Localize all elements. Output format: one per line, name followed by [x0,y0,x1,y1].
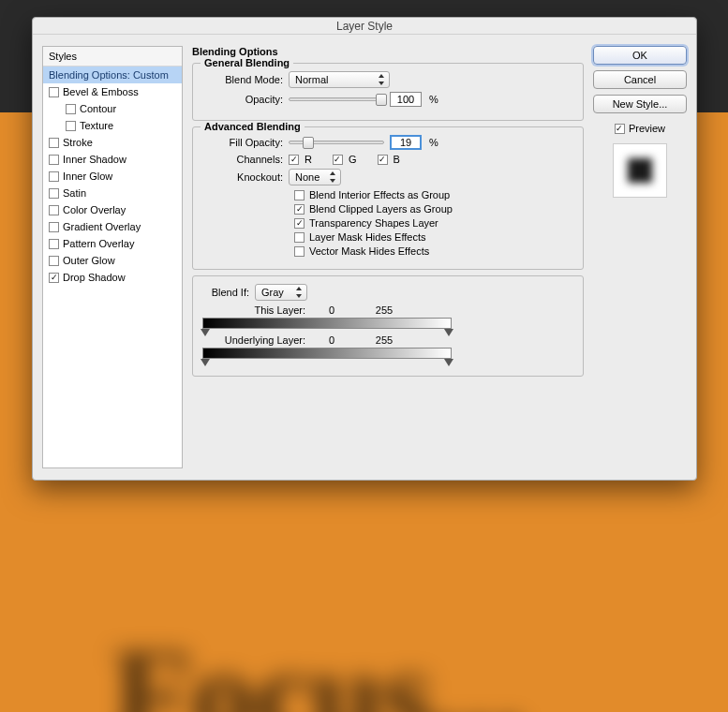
sidebar-item-label: Pattern Overlay [63,238,134,249]
advanced-option-checkbox[interactable]: ✓ [294,218,305,229]
knockout-select[interactable]: None [289,169,341,185]
advanced-option-checkbox[interactable] [294,232,305,243]
channels-label: Channels: [202,154,283,165]
channel-g-checkbox[interactable]: ✓ [333,155,343,165]
sidebar-item-stroke[interactable]: Stroke [43,134,182,151]
style-checkbox[interactable]: ✓ [49,273,59,283]
style-checkbox[interactable] [49,171,59,182]
sidebar-item-outer-glow[interactable]: Outer Glow [43,252,182,269]
underlying-handle-left[interactable] [201,359,210,366]
cancel-button[interactable]: Cancel [593,70,687,89]
blend-mode-select[interactable]: Normal [289,71,390,88]
style-checkbox[interactable] [49,87,59,97]
sidebar-item-gradient-overlay[interactable]: Gradient Overlay [43,218,182,235]
fill-opacity-pct: % [429,137,438,148]
advanced-blending-group: Advanced Blending Fill Opacity: 19 % Cha… [192,126,584,270]
sidebar-item-label: Contour [80,103,116,114]
sidebar-item-texture[interactable]: Texture [43,117,182,134]
sidebar-item-contour[interactable]: Contour [43,100,182,117]
right-column: OK Cancel New Style... ✓ Preview [593,46,687,468]
opacity-pct: % [429,94,438,105]
this-layer-handle-right[interactable] [444,329,453,336]
general-blending-legend: General Blending [201,57,293,68]
sidebar-header[interactable]: Styles [43,47,182,67]
preview-checkbox[interactable]: ✓ [615,124,625,134]
opacity-label: Opacity: [202,94,283,105]
fill-opacity-slider[interactable] [289,141,384,144]
preview-thumbnail [613,143,667,198]
blend-if-label: Blend If: [197,287,249,298]
advanced-option-row: ✓Transparency Shapes Layer [294,217,573,229]
advanced-option-label: Blend Clipped Layers as Group [309,203,453,215]
sidebar-item-label: Inner Shadow [63,154,126,165]
opacity-slider[interactable] [289,97,384,101]
sidebar-item-label: Gradient Overlay [63,221,141,232]
channel-g-label: G [349,154,357,165]
layer-style-dialog: Layer Style Styles Blending Options: Cus… [32,17,697,481]
preview-swatch [628,158,652,183]
style-checkbox[interactable] [49,222,59,232]
sidebar-item-label: Blending Options: Custom [49,69,169,81]
sidebar-item-color-overlay[interactable]: Color Overlay [43,201,182,218]
sidebar-item-drop-shadow[interactable]: ✓Drop Shadow [43,269,182,286]
dialog-title: Layer Style [33,18,696,35]
this-layer-label: This Layer: [204,304,305,316]
style-checkbox[interactable] [49,256,59,266]
channel-r-checkbox[interactable]: ✓ [289,155,299,165]
advanced-option-label: Vector Mask Hides Effects [309,245,429,257]
blend-if-select[interactable]: Gray [255,284,307,301]
sidebar-item-label: Texture [80,120,113,131]
this-layer-max: 255 [358,304,410,316]
fill-opacity-input[interactable]: 19 [390,135,422,150]
sidebar-item-inner-shadow[interactable]: Inner Shadow [43,151,182,168]
this-layer-handle-left[interactable] [201,329,210,336]
canvas-text: Focus... [112,618,524,712]
ok-button[interactable]: OK [593,46,687,65]
sidebar-item-bevel-emboss[interactable]: Bevel & Emboss [43,83,182,100]
channel-r-label: R [305,154,312,165]
sidebar-item-label: Bevel & Emboss [63,86,139,97]
advanced-option-checkbox[interactable]: ✓ [294,204,305,215]
channel-b-checkbox[interactable]: ✓ [378,155,388,165]
sidebar-item-label: Outer Glow [63,255,115,266]
channel-b-label: B [394,154,400,165]
underlying-gradient[interactable] [202,348,452,359]
sidebar-item-satin[interactable]: Satin [43,185,182,201]
style-checkbox[interactable] [49,138,59,148]
advanced-option-row: Blend Interior Effects as Group [294,189,573,200]
style-checkbox[interactable] [49,239,59,249]
styles-sidebar: Styles Blending Options: Custom Bevel & … [42,46,183,468]
preview-label: Preview [629,123,665,134]
style-checkbox[interactable] [66,104,76,114]
style-checkbox[interactable] [49,188,59,199]
underlying-max: 255 [358,334,410,346]
blending-options-title: Blending Options [192,46,584,57]
underlying-min: 0 [305,334,358,346]
advanced-option-label: Layer Mask Hides Effects [309,231,426,243]
general-blending-group: General Blending Blend Mode: Normal Opac… [192,63,584,121]
blend-if-group: Blend If: Gray This Layer: 0 255 Underly… [192,275,584,377]
main-panel: Blending Options General Blending Blend … [192,46,584,468]
sidebar-item-label: Stroke [63,137,93,148]
underlying-handle-right[interactable] [444,359,453,366]
this-layer-gradient[interactable] [202,318,452,329]
sidebar-item-pattern-overlay[interactable]: Pattern Overlay [43,235,182,252]
knockout-label: Knockout: [202,171,283,183]
sidebar-item-label: Color Overlay [63,204,126,215]
style-checkbox[interactable] [66,121,76,131]
advanced-option-label: Transparency Shapes Layer [309,217,438,229]
advanced-option-checkbox[interactable] [294,246,305,257]
style-checkbox[interactable] [49,155,59,165]
advanced-option-row: Layer Mask Hides Effects [294,231,573,243]
advanced-option-checkbox[interactable] [294,190,305,200]
opacity-input[interactable]: 100 [390,92,422,107]
advanced-option-row: ✓Blend Clipped Layers as Group [294,203,573,215]
sidebar-item-label: Satin [63,187,86,199]
sidebar-item-label: Drop Shadow [63,272,126,283]
sidebar-item-blending-options[interactable]: Blending Options: Custom [43,67,182,83]
underlying-layer-label: Underlying Layer: [204,334,305,346]
style-checkbox[interactable] [49,205,59,215]
sidebar-item-inner-glow[interactable]: Inner Glow [43,168,182,185]
new-style-button[interactable]: New Style... [593,95,687,113]
advanced-blending-legend: Advanced Blending [201,121,305,132]
